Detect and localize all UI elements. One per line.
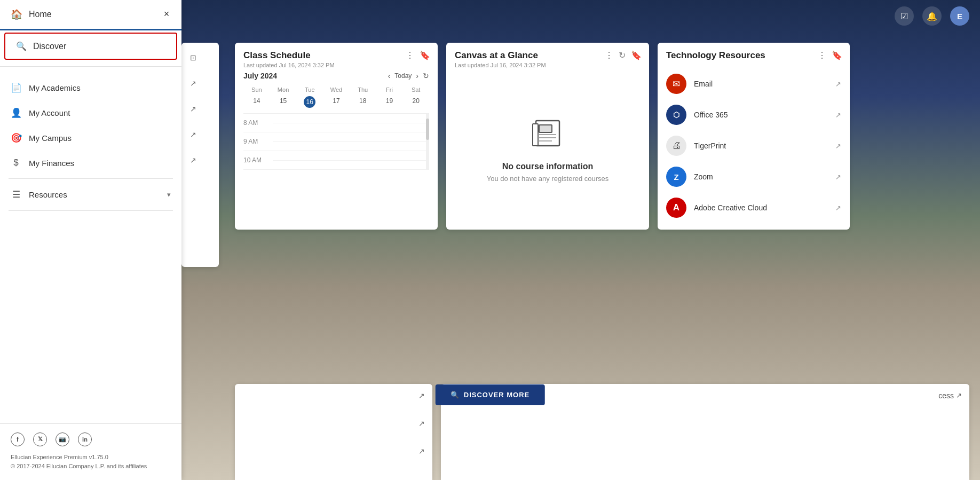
calendar-next-btn[interactable]: › bbox=[416, 72, 418, 80]
bottom-card-1: ↗ ↗ ↗ bbox=[235, 384, 432, 480]
tech-resources-more-icon[interactable]: ⋮ bbox=[818, 50, 826, 60]
social-icons: f 𝕏 📷 in bbox=[11, 432, 171, 446]
tech-item-email-name: Email bbox=[694, 80, 828, 88]
checklist-icon[interactable]: ☑ bbox=[895, 6, 914, 26]
notifications-icon[interactable]: 🔔 bbox=[922, 6, 942, 26]
date-20[interactable]: 20 bbox=[402, 96, 429, 108]
facebook-icon[interactable]: f bbox=[11, 432, 25, 446]
academics-icon: 📄 bbox=[11, 82, 21, 93]
sidebar-home-label: Home bbox=[29, 10, 52, 19]
date-15[interactable]: 15 bbox=[270, 96, 297, 108]
nav-divider-top bbox=[0, 66, 181, 67]
canvas-header-icons: ⋮ ↻ 🔖 bbox=[605, 50, 642, 60]
week-day-wed: Wed bbox=[323, 85, 350, 94]
date-14[interactable]: 14 bbox=[243, 96, 270, 108]
expand-icon-3[interactable]: ↗ bbox=[186, 101, 201, 116]
tech-item-tigerprint[interactable]: 🖨 TigerPrint ↗ bbox=[658, 130, 850, 161]
tech-item-office365[interactable]: ⬡ Office 365 ↗ bbox=[658, 99, 850, 130]
expand-icon-5[interactable]: ↗ bbox=[186, 153, 201, 168]
tech-item-office365-ext-icon[interactable]: ↗ bbox=[835, 111, 841, 119]
tech-item-email-ext-icon[interactable]: ↗ bbox=[835, 80, 841, 88]
top-bar-icons: ☑ 🔔 E bbox=[895, 6, 969, 26]
date-16-today[interactable]: 16 bbox=[304, 96, 315, 108]
instagram-icon[interactable]: 📷 bbox=[56, 432, 69, 446]
x-twitter-icon[interactable]: 𝕏 bbox=[33, 432, 47, 446]
date-17[interactable]: 17 bbox=[323, 96, 350, 108]
user-avatar[interactable]: E bbox=[950, 6, 969, 26]
tech-item-adobe[interactable]: A Adobe Creative Cloud ↗ bbox=[658, 192, 850, 223]
discover-more-button[interactable]: 🔍 DISCOVER MORE bbox=[436, 384, 545, 405]
canvas-header: Canvas at a Glance Last updated Jul 16, … bbox=[446, 43, 649, 72]
time-slot-8am: 8 AM bbox=[243, 114, 429, 132]
tech-item-zoom-ext-icon[interactable]: ↗ bbox=[835, 173, 841, 181]
week-header: Sun Mon Tue Wed Thu Fri Sat bbox=[243, 85, 429, 94]
tech-resources-body: ✉ Email ↗ ⬡ Office 365 ↗ 🖨 TigerPrint ↗ … bbox=[658, 64, 850, 230]
bottom-cards-row: ↗ ↗ ↗ cess ↗ bbox=[224, 384, 980, 480]
footer-version: Ellucian Experience Premium v1.75.0 bbox=[11, 453, 171, 462]
resources-left: ☰ Resources bbox=[11, 189, 67, 200]
canvas-refresh-icon[interactable]: ↻ bbox=[619, 50, 626, 60]
bottom-card-1-expand3-icon[interactable]: ↗ bbox=[418, 447, 425, 455]
week-day-tue: Tue bbox=[296, 85, 323, 94]
class-schedule-title: Class Schedule bbox=[243, 50, 335, 61]
time-slot-10am: 10 AM bbox=[243, 151, 429, 170]
bottom-card-1-expand-icon[interactable]: ↗ bbox=[418, 391, 425, 400]
expand-icon-4[interactable]: ↗ bbox=[186, 127, 201, 142]
close-button[interactable]: × bbox=[159, 6, 174, 21]
tech-item-tigerprint-ext-icon[interactable]: ↗ bbox=[835, 142, 841, 150]
week-day-sat: Sat bbox=[402, 85, 429, 94]
sidebar-item-resources[interactable]: ☰ Resources ▾ bbox=[0, 182, 181, 207]
sidebar-item-home[interactable]: 🏠 Home bbox=[0, 0, 181, 30]
tech-item-adobe-ext-icon[interactable]: ↗ bbox=[835, 204, 841, 212]
tech-item-zoom[interactable]: Z Zoom ↗ bbox=[658, 161, 850, 192]
calendar-refresh-icon[interactable]: ↻ bbox=[423, 72, 429, 80]
sidebar-item-campus[interactable]: 🎯 My Campus bbox=[0, 125, 181, 151]
adobe-icon: A bbox=[666, 198, 686, 218]
class-schedule-header-icons: ⋮ 🔖 bbox=[406, 50, 430, 60]
schedule-scrollbar[interactable] bbox=[426, 113, 429, 170]
sidebar-item-campus-label: My Campus bbox=[29, 133, 72, 143]
tech-resources-bookmark-icon[interactable]: 🔖 bbox=[832, 50, 842, 60]
resources-icon: ☰ bbox=[11, 189, 21, 200]
sidebar-nav: 📄 My Academics 👤 My Account 🎯 My Campus … bbox=[0, 71, 181, 423]
campus-icon: 🎯 bbox=[11, 132, 21, 144]
schedule-scrollbar-thumb bbox=[426, 119, 429, 140]
sidebar-resources-label: Resources bbox=[29, 190, 67, 199]
linkedin-icon[interactable]: in bbox=[78, 432, 92, 446]
calendar-prev-btn[interactable]: ‹ bbox=[388, 72, 391, 80]
bottom-card-2-ext-icon[interactable]: ↗ bbox=[956, 391, 962, 399]
sidebar: × 🏠 Home 🔍 Discover 📄 My Academics 👤 My … bbox=[0, 0, 181, 480]
time-label-9am: 9 AM bbox=[243, 138, 267, 145]
canvas-bookmark-icon[interactable]: 🔖 bbox=[631, 50, 642, 60]
sidebar-item-account-label: My Account bbox=[29, 108, 70, 117]
time-line-9am bbox=[273, 141, 429, 142]
week-day-sun: Sun bbox=[243, 85, 270, 94]
tigerprint-icon: 🖨 bbox=[666, 136, 686, 156]
date-18[interactable]: 18 bbox=[350, 96, 376, 108]
week-day-mon: Mon bbox=[270, 85, 297, 94]
class-schedule-bookmark-icon[interactable]: 🔖 bbox=[420, 50, 430, 60]
time-slots-container[interactable]: 8 AM 9 AM 10 AM bbox=[243, 113, 429, 170]
sidebar-item-account[interactable]: 👤 My Account bbox=[0, 100, 181, 125]
bottom-card-1-expand2-icon[interactable]: ↗ bbox=[418, 419, 425, 428]
date-19[interactable]: 19 bbox=[376, 96, 403, 108]
tech-resources-card: Technology Resources ⋮ 🔖 ✉ Email ↗ ⬡ Off… bbox=[658, 43, 850, 230]
sidebar-item-finances[interactable]: $ My Finances bbox=[0, 151, 181, 175]
canvas-more-icon[interactable]: ⋮ bbox=[605, 50, 613, 60]
class-schedule-card: Class Schedule Last updated Jul 16, 2024… bbox=[235, 43, 438, 230]
home-icon: 🏠 bbox=[11, 9, 22, 20]
class-schedule-more-icon[interactable]: ⋮ bbox=[406, 50, 414, 60]
tech-item-email[interactable]: ✉ Email ↗ bbox=[658, 68, 850, 99]
expand-icon-2[interactable]: ↗ bbox=[186, 76, 201, 91]
calendar-today-btn[interactable]: Today bbox=[394, 72, 412, 80]
tech-item-tigerprint-name: TigerPrint bbox=[694, 141, 828, 150]
expand-icon-1[interactable]: ⊡ bbox=[186, 50, 201, 65]
sidebar-discover-label: Discover bbox=[33, 42, 66, 51]
finances-icon: $ bbox=[11, 158, 21, 168]
sidebar-item-academics[interactable]: 📄 My Academics bbox=[0, 75, 181, 100]
email-icon: ✉ bbox=[666, 74, 686, 94]
sidebar-item-discover[interactable]: 🔍 Discover bbox=[4, 33, 177, 60]
week-day-fri: Fri bbox=[376, 85, 403, 94]
week-day-thu: Thu bbox=[350, 85, 376, 94]
canvas-body: No course information You do not have an… bbox=[446, 72, 649, 230]
